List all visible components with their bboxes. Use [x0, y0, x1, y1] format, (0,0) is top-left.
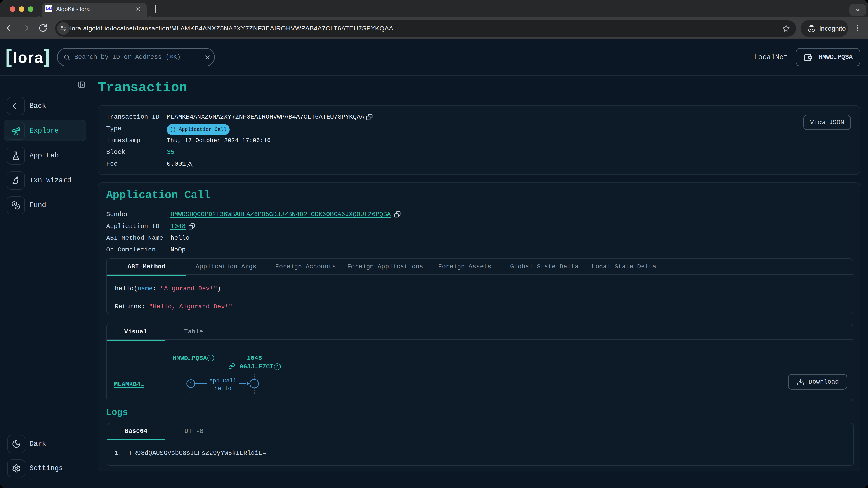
svg-text:1: 1 — [189, 381, 192, 387]
